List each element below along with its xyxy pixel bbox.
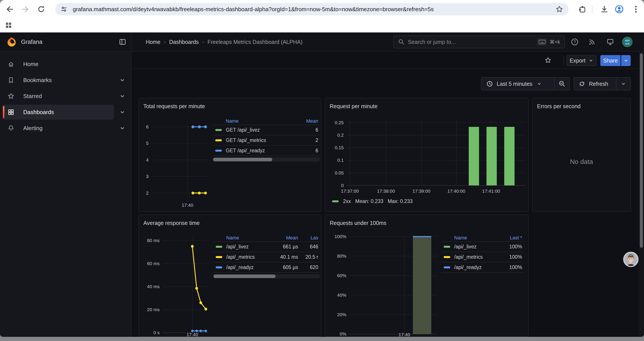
legend-col[interactable]: Last * (499, 235, 524, 241)
chevron-down-icon[interactable] (119, 77, 126, 83)
user-avatar[interactable] (622, 37, 632, 47)
chevron-down-icon (624, 58, 628, 63)
legend-col-name[interactable]: Name (226, 235, 274, 241)
series-swatch (215, 129, 222, 131)
y-axis-tick-label: 60% (337, 273, 346, 278)
time-range-picker[interactable]: Last 5 minutes (481, 78, 554, 90)
sidebar-item-starred[interactable]: Starred (3, 89, 114, 104)
series-name: /api/_livez (226, 244, 274, 250)
sidebar-item-dashboards[interactable]: Dashboards (3, 105, 114, 120)
news-rss-icon[interactable] (588, 38, 596, 46)
panel-title[interactable]: Request per minute (330, 103, 378, 110)
profile-icon[interactable] (615, 5, 624, 14)
series-name: /api/_readyz (454, 264, 499, 270)
refresh-button[interactable]: Refresh (574, 78, 616, 90)
legend-col-name[interactable]: Name (454, 235, 499, 241)
legend-row[interactable]: GET /api/_metrics2 (212, 135, 320, 146)
legend-mean: Mean: 0.233 (355, 198, 384, 204)
assistant-avatar-widget[interactable] (623, 252, 638, 267)
panel-total-requests-per-minute: Total requests per minute 6543217:40 Nam… (138, 98, 321, 212)
collapse-sidebar-icon[interactable] (119, 39, 126, 45)
menu-kebab-icon[interactable] (631, 5, 640, 14)
grafana-header-left: Grafana (0, 33, 132, 52)
legend-row[interactable]: GET /api/_readyz6 (212, 146, 320, 156)
panel-title[interactable]: Total requests per minute (143, 103, 205, 110)
series-swatch (215, 139, 222, 141)
sidebar-item-home[interactable]: Home (3, 57, 114, 72)
reload-icon[interactable] (36, 5, 46, 14)
y-axis-tick-label: 0.25 (335, 120, 344, 125)
url-text[interactable]: grafana.mathmast.com/d/deytv4rwavabkb/fr… (73, 6, 556, 13)
y-axis-tick-label: 0 s (154, 330, 160, 335)
panel-title[interactable]: Errors per second (537, 103, 581, 110)
sidebar-item-label: Alerting (23, 125, 42, 132)
data-point (204, 126, 207, 128)
legend-table: NameMeanGET /api/_livez6GET /api/_metric… (212, 118, 320, 162)
panel-title[interactable]: Requests under 100ms (330, 220, 386, 226)
sidebar-item-label: Starred (23, 93, 42, 100)
extensions-icon[interactable] (578, 5, 587, 14)
export-label: Export (570, 58, 586, 64)
export-button[interactable]: Export (566, 55, 596, 66)
breadcrumb-home[interactable]: Home (146, 39, 160, 45)
legend-row[interactable]: /api/_metrics40.1 ms20.5 r (213, 252, 320, 262)
legend-value: 6 (298, 127, 320, 133)
legend-row[interactable]: /api/_readyz100% (441, 262, 524, 273)
kiosk-monitor-icon[interactable] (606, 38, 614, 46)
data-point (192, 126, 194, 128)
data-point (191, 245, 194, 248)
panel-title[interactable]: Average response time (143, 220, 200, 226)
legend-row[interactable]: /api/_livez661 µs646 (213, 242, 320, 252)
legend-max: Max: 0.233 (388, 198, 413, 204)
grafana-logo[interactable] (6, 37, 17, 47)
back-icon[interactable] (5, 5, 14, 14)
legend-scrollbar[interactable] (213, 274, 320, 278)
share-button[interactable]: Share (600, 55, 620, 66)
clock-icon (486, 81, 493, 87)
page-scrollbar-thumb[interactable] (640, 53, 643, 248)
bookmark-star-icon[interactable] (556, 5, 563, 13)
grafana-brand[interactable]: Grafana (21, 33, 42, 51)
legend-col[interactable]: Mean (298, 118, 320, 124)
legend-row[interactable]: /api/_livez100% (441, 242, 524, 252)
download-icon[interactable] (600, 5, 609, 14)
share-dropdown-button[interactable] (621, 55, 631, 66)
tune-icon[interactable] (60, 6, 68, 13)
legend-col[interactable]: Mean (274, 235, 300, 241)
y-axis-tick-label: 0.2 (337, 133, 344, 138)
panel-requests-under-100ms: Requests under 100ms 100%80%60%40%20%0%1… (325, 215, 529, 337)
series-line (192, 246, 206, 309)
series-swatch (332, 200, 339, 202)
chevron-down-icon[interactable] (119, 125, 126, 131)
forward-icon[interactable] (20, 5, 30, 14)
series-name: /api/_livez (454, 244, 499, 250)
bar-chart: 100%80%60%40%20%0%17:40 (325, 215, 529, 337)
url-bar[interactable]: grafana.mathmast.com/d/deytv4rwavabkb/fr… (55, 3, 568, 15)
legend-col[interactable]: Las (300, 235, 320, 241)
legend-scrollbar-thumb[interactable] (213, 158, 272, 161)
help-icon[interactable]: ? (571, 38, 578, 46)
legend-col-name[interactable]: Name (226, 118, 298, 124)
y-axis-tick-label: 20 ms (147, 307, 160, 312)
legend-scrollbar-thumb[interactable] (214, 274, 276, 278)
bar-chart: 0.250.20.150.10.05017:37:0017:38:0017:39… (325, 98, 529, 212)
legend-row[interactable]: 2xx Mean: 0.233 Max: 0.233 (332, 198, 412, 204)
series-name: 2xx (343, 198, 351, 204)
breadcrumb-dashboards[interactable]: Dashboards (169, 39, 199, 45)
legend-row[interactable]: /api/_metrics100% (441, 252, 524, 262)
chevron-down-icon[interactable] (119, 93, 126, 99)
legend-row[interactable]: GET /api/_livez6 (212, 125, 320, 135)
sidebar-item-bookmarks[interactable]: Bookmarks (3, 73, 114, 88)
apps-grid-icon[interactable] (5, 22, 12, 29)
chevron-down-icon[interactable] (119, 109, 126, 115)
zoom-out-button[interactable] (554, 78, 570, 90)
refresh-interval-dropdown[interactable] (616, 78, 630, 90)
page-scrollbar[interactable] (639, 52, 644, 337)
search-input[interactable]: Search or jump to... ⌘+k (394, 36, 565, 48)
star-icon (8, 93, 14, 100)
legend-scrollbar[interactable] (212, 157, 320, 162)
legend-row[interactable]: /api/_readyz605 µs620 (213, 262, 320, 273)
star-dashboard-icon[interactable] (544, 57, 552, 64)
sidebar-item-alerting[interactable]: Alerting (3, 121, 114, 136)
y-axis-tick-label: 3 (146, 174, 148, 179)
